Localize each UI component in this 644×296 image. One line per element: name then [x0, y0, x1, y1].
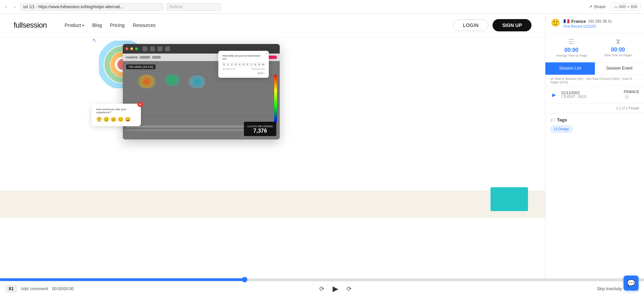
screen-icon: 🖥 — [624, 94, 639, 100]
chevron-down-icon: ▾ — [82, 24, 84, 27]
session-list-tab[interactable]: Session List — [545, 62, 595, 75]
total-time-value: 00:00 — [598, 47, 639, 53]
tags-header: 🏷 Tags — [550, 117, 639, 123]
referer-field[interactable]: Referer — [166, 3, 221, 11]
nps-9[interactable]: 9 — [258, 62, 261, 66]
session-event-tab[interactable]: Session Event — [595, 62, 644, 75]
session-events: 2 EVENT . 00:01 — [561, 95, 620, 99]
user-ip: 192.282.38.21 — [588, 19, 612, 23]
toolbar-icons — [143, 46, 170, 51]
fast-forward-button[interactable]: ⟳ — [345, 285, 354, 293]
sidebar-panel: 🙂 🇫🇷 France 192.282.38.21 First Record 1… — [545, 14, 644, 278]
nps-1[interactable]: 1 — [226, 62, 229, 66]
nps-3[interactable]: 3 — [234, 62, 237, 66]
nps-10[interactable]: 10 — [262, 62, 265, 66]
timeline-progress — [0, 278, 245, 281]
tag-ui-design[interactable]: UI Design — [550, 125, 573, 133]
resolution-icon: ▭ — [614, 4, 618, 9]
mockup-toggle — [267, 56, 277, 59]
rewind-button[interactable]: ⟳ — [317, 285, 326, 293]
nav-links: Product ▾ Blog Pricing Resources — [64, 23, 156, 28]
nps-dropdown-icon[interactable]: ▾ — [265, 51, 269, 57]
nps-labels: Not, likely at all Extremely likely — [222, 68, 265, 70]
speed-button[interactable]: X1 — [5, 285, 17, 293]
grid-line-2 — [126, 112, 276, 112]
session-tabs: Session List Session Event — [545, 62, 644, 75]
nps-2[interactable]: 2 — [230, 62, 233, 66]
nps-4[interactable]: 4 — [238, 62, 241, 66]
mockup-nav-item — [140, 56, 150, 59]
emoji-5[interactable]: 😄 — [125, 117, 131, 122]
brand-bold: full — [14, 21, 23, 29]
login-button[interactable]: LOGIN — [453, 19, 488, 31]
timeline-bar[interactable] — [0, 278, 644, 281]
chat-icon: 💬 — [627, 279, 635, 287]
tool-icon-3 — [158, 46, 162, 51]
total-time-label: Total Time on Pages — [598, 54, 639, 58]
emoji-2[interactable]: 😟 — [103, 117, 109, 122]
nps-8[interactable]: 8 — [254, 62, 257, 66]
signup-button[interactable]: SIGN UP — [493, 19, 531, 31]
nps-0[interactable]: 0 — [222, 62, 225, 66]
session-item[interactable]: ▶ 21/11/2021 2 EVENT . 00:01 FRANCE 🖥 — [545, 86, 644, 104]
maximize-dot — [135, 47, 138, 50]
nav-product[interactable]: Product ▾ — [64, 23, 84, 28]
url-bar[interactable]: url 1/1 - https://www.fullsession.io/blo… — [20, 3, 163, 11]
timeline-thumb[interactable] — [242, 277, 247, 282]
back-button[interactable]: ‹ — [3, 3, 9, 10]
nav-blog[interactable]: Blog — [92, 23, 102, 28]
emoji-1[interactable]: 😤 — [96, 117, 102, 122]
clock-icon: ☰ — [551, 38, 592, 46]
nps-send-button[interactable]: Send › — [258, 72, 265, 74]
hourglass-icon: ⧗ — [598, 38, 639, 45]
tag-icon: 🏷 — [550, 117, 555, 123]
share-button[interactable]: ↗ Share — [586, 3, 609, 11]
session-date: 21/11/2021 — [561, 91, 620, 95]
emoji-4[interactable]: 🙂 — [118, 117, 123, 122]
clicks-badge: 734 clicks (16.1%) — [126, 64, 156, 69]
color-scale-bar — [274, 75, 277, 122]
avg-time-label: Average Time on Page — [551, 54, 592, 58]
nps-5[interactable]: 5 — [242, 62, 245, 66]
tool-icon-4 — [165, 46, 170, 51]
user-avatar-emoji: 🙂 — [551, 18, 560, 27]
skip-inactivity-label[interactable]: Skip Inactivity — [597, 286, 622, 291]
play-pause-button[interactable]: ▶ — [331, 284, 340, 293]
survey-close-button[interactable]: ✕ — [137, 102, 143, 107]
nps-6[interactable]: 6 — [246, 62, 249, 66]
close-dot — [126, 47, 128, 50]
pagination-info: 1-1 of 1 People — [545, 104, 644, 113]
heat-blob-2 — [164, 74, 181, 86]
forward-button[interactable]: › — [12, 3, 18, 10]
nav-pricing[interactable]: Pricing — [110, 23, 125, 28]
user-flag: 🇫🇷 — [564, 18, 569, 24]
user-info: 🙂 🇫🇷 France 192.282.38.21 First Record 1… — [545, 14, 644, 33]
nav-right: LOGIN SIGN UP — [453, 19, 531, 31]
avg-time-stat: ☰ 00:00 Average Time on Page — [551, 38, 592, 58]
chat-bubble-button[interactable]: 💬 — [624, 276, 639, 291]
add-comment-button[interactable]: Add comment — [21, 286, 48, 291]
top-bar: ‹ › url 1/1 - https://www.fullsession.io… — [0, 0, 644, 14]
cursor-indicator: ↖ — [92, 37, 97, 44]
session-play-button[interactable]: ▶ — [550, 91, 558, 99]
nav-resources[interactable]: Resources — [133, 23, 156, 28]
bottom-controls: X1 Add comment 00:00/00:00 ⟳ ▶ ⟳ Skip In… — [0, 281, 644, 296]
session-country-label: FRANCE 🖥 — [624, 90, 639, 100]
tool-icon-2 — [150, 46, 155, 51]
mockup-site-name: YOURSITE — [126, 56, 138, 59]
avg-time-value: 00:00 — [551, 47, 592, 53]
survey-emojis: 😤 😟 😐 🙂 😄 — [96, 117, 136, 122]
survey-popup: ✕ How would you rate your experience? 😤 … — [91, 104, 141, 126]
total-time-stat: ⧗ 00:00 Total Time on Pages — [598, 38, 639, 58]
nps-popup: ▾ How likely are you to recommend us? 0 … — [218, 51, 269, 78]
teal-decoration — [491, 187, 528, 211]
nps-scale: 0 1 2 3 4 5 6 7 8 9 10 — [222, 62, 265, 66]
main-layout: ↖ fullsession Product ▾ Blog Pricing Res… — [0, 14, 644, 278]
nps-title: How likely are you to recommend us? — [222, 54, 265, 60]
emoji-3[interactable]: 😐 — [111, 117, 116, 122]
stats-row: ☰ 00:00 Average Time on Page ⧗ 00:00 Tot… — [545, 33, 644, 62]
session-info: 21/11/2021 2 EVENT . 00:01 — [561, 91, 620, 99]
nps-7[interactable]: 7 — [250, 62, 253, 66]
resolution-badge: ▭ 800 × 600 — [611, 3, 641, 11]
website-content: ↖ fullsession Product ▾ Blog Pricing Res… — [0, 14, 545, 278]
